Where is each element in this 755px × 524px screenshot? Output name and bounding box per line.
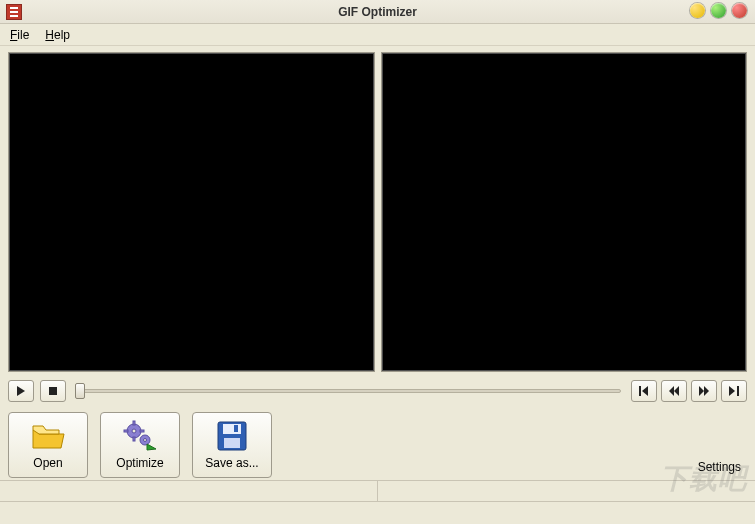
- preview-optimized: [381, 52, 748, 372]
- skip-next-icon: [699, 386, 709, 396]
- maximize-button[interactable]: [711, 3, 726, 18]
- folder-open-icon: [31, 420, 65, 452]
- menu-bar: File Help: [0, 24, 755, 46]
- playback-bar: [0, 372, 755, 408]
- play-button[interactable]: [8, 380, 34, 402]
- svg-marker-5: [674, 386, 679, 396]
- svg-rect-12: [133, 421, 135, 425]
- save-as-button[interactable]: Save as...: [192, 412, 272, 478]
- open-label: Open: [33, 456, 62, 470]
- svg-marker-18: [147, 444, 156, 450]
- svg-marker-3: [642, 386, 648, 396]
- status-left: [0, 481, 378, 502]
- first-frame-button[interactable]: [631, 380, 657, 402]
- svg-point-11: [132, 429, 136, 433]
- svg-rect-21: [224, 438, 240, 448]
- save-as-label: Save as...: [205, 456, 258, 470]
- svg-rect-15: [140, 430, 144, 432]
- close-button[interactable]: [732, 3, 747, 18]
- toolbar-spacer: [284, 412, 686, 478]
- stop-button[interactable]: [40, 380, 66, 402]
- slider-track: [76, 389, 621, 393]
- optimize-button[interactable]: Optimize: [100, 412, 180, 478]
- content-area: [0, 46, 755, 372]
- floppy-save-icon: [215, 420, 249, 452]
- svg-marker-7: [704, 386, 709, 396]
- svg-rect-9: [737, 386, 739, 396]
- gears-icon: [123, 420, 157, 452]
- last-frame-button[interactable]: [721, 380, 747, 402]
- settings-link[interactable]: Settings: [698, 460, 747, 478]
- status-bar: [0, 480, 755, 502]
- menu-help[interactable]: Help: [39, 26, 76, 44]
- status-right: [378, 481, 755, 502]
- title-bar: GIF Optimizer: [0, 0, 755, 24]
- minimize-button[interactable]: [690, 3, 705, 18]
- svg-marker-0: [17, 386, 25, 396]
- svg-marker-6: [699, 386, 704, 396]
- svg-rect-13: [133, 437, 135, 441]
- open-button[interactable]: Open: [8, 412, 88, 478]
- window-controls: [690, 3, 747, 18]
- app-icon: [6, 4, 22, 20]
- skip-first-icon: [639, 386, 649, 396]
- slider-thumb[interactable]: [75, 383, 85, 399]
- skip-last-icon: [729, 386, 739, 396]
- preview-original: [8, 52, 375, 372]
- stop-icon: [48, 386, 58, 396]
- play-icon: [16, 386, 26, 396]
- main-toolbar: Open Optimize: [0, 408, 755, 480]
- svg-marker-4: [669, 386, 674, 396]
- next-frame-button[interactable]: [691, 380, 717, 402]
- svg-rect-20: [223, 424, 241, 434]
- svg-rect-1: [49, 387, 57, 395]
- window-title: GIF Optimizer: [338, 5, 417, 19]
- svg-rect-22: [234, 425, 238, 432]
- preview-row: [8, 52, 747, 372]
- svg-marker-8: [729, 386, 735, 396]
- frame-slider[interactable]: [72, 380, 625, 402]
- optimize-label: Optimize: [116, 456, 163, 470]
- svg-point-17: [144, 439, 147, 442]
- menu-file[interactable]: File: [4, 26, 35, 44]
- svg-rect-14: [124, 430, 128, 432]
- frame-nav-group: [631, 380, 747, 402]
- svg-rect-2: [639, 386, 641, 396]
- skip-prev-icon: [669, 386, 679, 396]
- prev-frame-button[interactable]: [661, 380, 687, 402]
